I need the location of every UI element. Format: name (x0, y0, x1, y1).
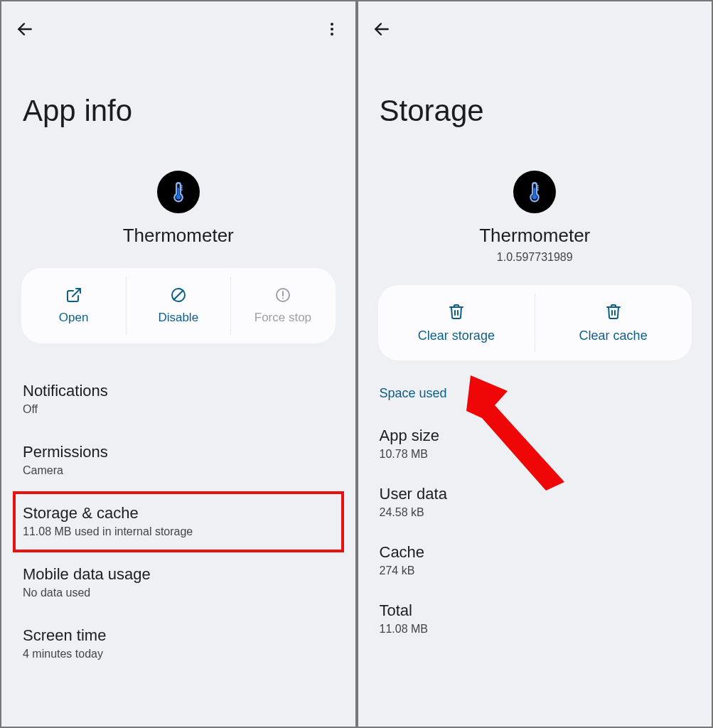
app-header: Thermometer (1, 171, 355, 268)
stat-title: App size (380, 427, 691, 445)
force-stop-label: Force stop (254, 311, 311, 325)
stat-value: 274 kB (380, 564, 691, 577)
app-version: 1.0.597731989 (358, 251, 712, 264)
mobile-data-item[interactable]: Mobile data usage No data used (23, 552, 334, 614)
clear-cache-button[interactable]: Clear cache (535, 285, 692, 360)
stat-value: 24.58 kB (380, 506, 691, 519)
storage-panel: Storage Thermometer 1.0.597731989 Clear … (357, 0, 714, 728)
stat-title: Total (380, 601, 691, 620)
stat-value: 10.78 MB (380, 448, 691, 461)
svg-point-3 (331, 33, 333, 36)
permissions-item[interactable]: Permissions Camera (23, 430, 334, 491)
app-header: Thermometer 1.0.597731989 (358, 171, 712, 285)
storage-cache-item[interactable]: Storage & cache 11.08 MB used in interna… (13, 491, 344, 552)
item-title: Screen time (23, 626, 334, 645)
disable-label: Disable (158, 311, 198, 325)
settings-list: Notifications Off Permissions Camera Sto… (1, 369, 355, 675)
notifications-item[interactable]: Notifications Off (23, 369, 334, 430)
trash-icon (448, 303, 465, 320)
svg-rect-20 (534, 188, 535, 196)
trash-icon (605, 303, 622, 320)
user-data-stat: User data 24.58 kB (380, 473, 691, 532)
back-icon[interactable] (372, 20, 391, 38)
open-button[interactable]: Open (21, 268, 126, 343)
app-icon (513, 171, 556, 213)
app-name: Thermometer (1, 225, 355, 247)
alert-icon (274, 287, 291, 304)
stats-list: Space used App size 10.78 MB User data 2… (358, 386, 712, 648)
more-icon[interactable] (323, 20, 341, 38)
item-sub: Off (23, 403, 334, 416)
svg-line-9 (73, 289, 80, 296)
open-label: Open (59, 311, 89, 325)
stat-title: Cache (380, 543, 691, 562)
svg-rect-8 (178, 188, 179, 196)
item-sub: No data used (23, 587, 334, 599)
page-title: Storage (358, 44, 712, 171)
svg-point-2 (331, 28, 333, 31)
action-row: Open Disable Force stop (21, 268, 336, 343)
total-stat: Total 11.08 MB (380, 590, 691, 648)
app-name: Thermometer (358, 225, 712, 247)
item-title: Storage & cache (23, 504, 334, 523)
page-title: App info (1, 44, 355, 171)
toolbar (358, 1, 712, 44)
item-title: Notifications (23, 382, 334, 400)
action-row: Clear storage Clear cache (378, 285, 692, 360)
item-sub: 11.08 MB used in internal storage (23, 525, 334, 538)
section-label: Space used (380, 386, 691, 401)
clear-cache-label: Clear cache (579, 328, 648, 343)
item-title: Mobile data usage (23, 565, 334, 584)
app-size-stat: App size 10.78 MB (380, 415, 691, 473)
clear-storage-label: Clear storage (418, 328, 495, 343)
toolbar (1, 1, 355, 44)
screen-time-item[interactable]: Screen time 4 minutes today (23, 614, 334, 675)
svg-point-1 (331, 23, 333, 26)
open-icon (65, 287, 82, 304)
item-title: Permissions (23, 443, 334, 461)
back-icon[interactable] (16, 20, 34, 38)
force-stop-button: Force stop (230, 268, 335, 343)
app-info-panel: App info Thermometer Open Disable Force … (0, 0, 357, 728)
disable-button[interactable]: Disable (126, 268, 230, 343)
stat-title: User data (380, 485, 691, 503)
svg-point-14 (282, 298, 284, 299)
item-sub: Camera (23, 464, 334, 477)
stat-value: 11.08 MB (380, 623, 691, 636)
clear-storage-button[interactable]: Clear storage (378, 285, 535, 360)
disable-icon (170, 287, 187, 304)
app-icon (157, 171, 200, 213)
item-sub: 4 minutes today (23, 648, 334, 660)
svg-line-11 (173, 291, 183, 300)
cache-stat: Cache 274 kB (380, 532, 691, 590)
